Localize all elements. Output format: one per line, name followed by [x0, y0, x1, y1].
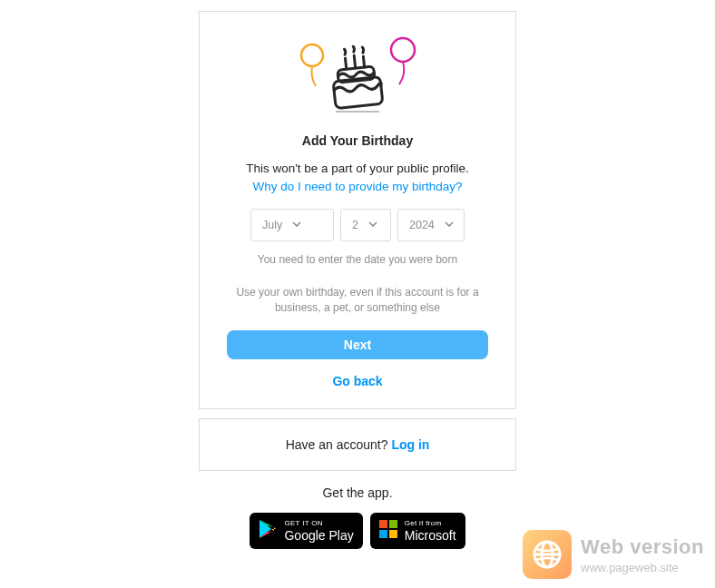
globe-icon [523, 530, 572, 579]
subtitle-block: This won't be a part of your public prof… [227, 161, 488, 196]
watermark: Web version www.pageweb.site [523, 530, 704, 579]
chevron-down-icon [444, 219, 455, 232]
microsoft-badge[interactable]: Get it from Microsoft [370, 513, 465, 549]
date-selects: July 2 2024 [227, 209, 488, 241]
birthday-cake-illustration [227, 30, 488, 121]
chevron-down-icon [291, 219, 302, 232]
login-link[interactable]: Log in [391, 437, 429, 452]
microsoft-text: Get it from Microsoft [405, 520, 456, 542]
day-select[interactable]: 2 [340, 209, 391, 241]
hint-enter-date: You need to enter the date you were born [227, 252, 488, 268]
svg-point-1 [391, 38, 415, 62]
day-value: 2 [352, 219, 358, 231]
hint-own-birthday: Use your own birthday, even if this acco… [227, 285, 488, 317]
svg-line-4 [346, 58, 347, 69]
app-badges: GET IT ON Google Play Get it from Micros… [250, 513, 465, 549]
svg-line-6 [363, 56, 364, 67]
birthday-card: Add Your Birthday This won't be a part o… [199, 11, 516, 409]
year-value: 2024 [409, 219, 435, 231]
svg-rect-10 [379, 530, 387, 538]
next-button[interactable]: Next [227, 330, 488, 359]
form-subtitle: This won't be a part of your public prof… [227, 161, 488, 178]
google-play-text: GET IT ON Google Play [284, 520, 353, 542]
google-play-badge[interactable]: GET IT ON Google Play [250, 513, 362, 549]
form-title: Add Your Birthday [227, 133, 488, 148]
svg-rect-11 [389, 530, 397, 538]
login-card: Have an account? Log in [199, 418, 516, 471]
month-value: July [262, 219, 282, 231]
get-app-label: Get the app. [322, 485, 392, 500]
year-select[interactable]: 2024 [397, 209, 465, 241]
watermark-text: Web version www.pageweb.site [581, 535, 704, 574]
microsoft-icon [379, 520, 397, 542]
svg-point-0 [301, 44, 323, 66]
svg-rect-9 [389, 520, 397, 528]
why-birthday-link[interactable]: Why do I need to provide my birthday? [227, 178, 488, 196]
login-prompt: Have an account? [286, 437, 392, 452]
svg-line-5 [354, 55, 355, 68]
google-play-icon [259, 519, 277, 543]
month-select[interactable]: July [250, 209, 334, 241]
go-back-link[interactable]: Go back [227, 374, 488, 388]
svg-rect-8 [379, 520, 387, 528]
chevron-down-icon [367, 219, 378, 232]
